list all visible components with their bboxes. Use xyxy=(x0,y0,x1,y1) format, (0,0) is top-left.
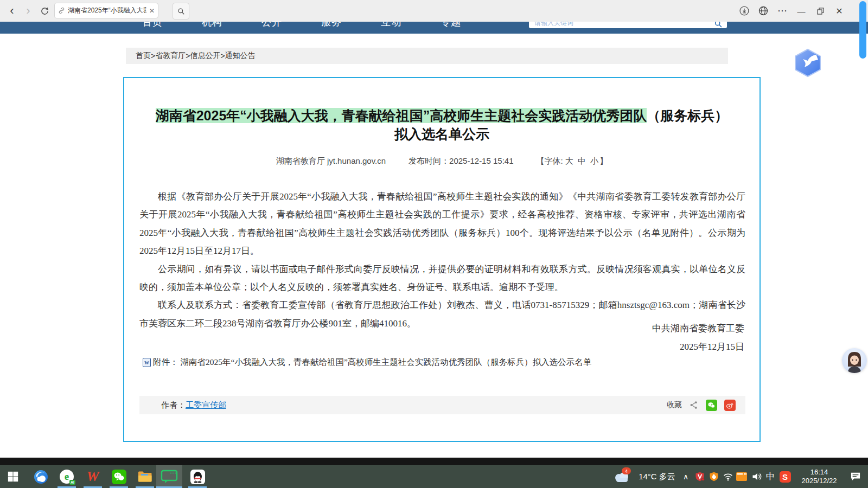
word-doc-icon: W xyxy=(143,358,151,367)
minimize-button[interactable]: — xyxy=(794,4,808,18)
close-window-button[interactable]: ✕ xyxy=(832,4,846,18)
page-title: 湖南省2025年“小我融入大我，青春献给祖国”高校师生主题社会实践活动优秀团队（… xyxy=(124,106,760,143)
article-meta: 湖南省教育厅 jyt.hunan.gov.cn 发布时间：2025-12-15 … xyxy=(124,156,760,166)
scrollbar-thumb[interactable] xyxy=(859,1,866,59)
window-bottom-edge xyxy=(0,458,868,465)
share-icon[interactable] xyxy=(689,400,699,410)
tray-network[interactable] xyxy=(722,465,735,488)
favorite-button[interactable]: 收藏 xyxy=(667,400,682,410)
breadcrumb-notice[interactable]: 通知公告 xyxy=(225,51,256,61)
attachment-link[interactable]: 湖南省2025年“小我融入大我，青春献给祖国”高校师生主题社会实践活动优秀团队（… xyxy=(181,357,592,368)
nav-item-home[interactable]: 首页 xyxy=(142,22,163,28)
wechat-bubbles xyxy=(707,401,716,409)
windows-start-icon xyxy=(7,471,19,483)
orange-window-icon xyxy=(736,472,748,481)
taskbar-wps[interactable]: W xyxy=(82,465,104,488)
xunlei-float-button[interactable] xyxy=(793,48,822,78)
tab-close-icon[interactable]: ✕ xyxy=(149,7,155,15)
taskbar-qq-browser[interactable] xyxy=(30,465,52,488)
breadcrumb-dept[interactable]: 省教育厅 xyxy=(155,51,186,61)
wechat-icon xyxy=(112,470,126,484)
font-size-widget[interactable]: 【字体: 大 中 小】 xyxy=(537,156,608,166)
ime-indicator[interactable]: 中 xyxy=(764,465,777,488)
title-highlighted-text: 湖南省2025年“小我融入大我，青春献给祖国”高校师生主题社会实践活动优秀团队 xyxy=(156,108,647,123)
browser-toolbar: ‹ › 湖南省2025年“小我融入大我 ✕ ⋯ — ✕ xyxy=(0,0,868,22)
browser-forward-button[interactable]: › xyxy=(21,3,36,18)
notification-icon xyxy=(850,472,861,481)
browser-menu-button[interactable]: ⋯ xyxy=(775,4,789,18)
publish-label: 发布时间： xyxy=(409,156,449,165)
signature-date: 2025年12月15日 xyxy=(680,341,744,353)
tray-huorong[interactable] xyxy=(707,465,720,488)
taskbar-chat-tool-active[interactable] xyxy=(156,465,182,488)
e-glyph: e xyxy=(65,471,69,483)
taskbar-clock[interactable]: 16:14 2025/12/22 xyxy=(793,465,845,488)
browser-window-controls: ⋯ — ✕ xyxy=(737,3,846,18)
taskbar: eAI W 4 14°C 多云 ∧ xyxy=(0,465,868,488)
nav-item-org[interactable]: 机构 xyxy=(202,22,222,28)
action-center-button[interactable] xyxy=(847,465,864,488)
nav-item-topics[interactable]: 专题 xyxy=(441,22,461,28)
file-explorer-icon xyxy=(137,470,152,483)
more-icon: ⋯ xyxy=(777,5,787,17)
article-paragraph: 公示期间，如有异议，请以书面或电子邮件形式向委厅反映情况，并提供必要的证明材料和… xyxy=(139,260,745,297)
attachment-label: 附件： xyxy=(153,357,178,368)
weather-text[interactable]: 14°C 多云 xyxy=(633,465,681,488)
taskbar-wechat[interactable] xyxy=(108,465,130,488)
tray-antivirus[interactable] xyxy=(693,465,706,488)
chat-window-icon xyxy=(161,470,178,484)
chevron-up-icon: ∧ xyxy=(683,472,688,481)
forward-icon: › xyxy=(26,4,30,18)
tray-volume[interactable] xyxy=(750,465,764,488)
breadcrumb-info[interactable]: 信息公开 xyxy=(190,51,220,61)
weather-widget[interactable]: 4 xyxy=(611,465,633,488)
restore-button[interactable] xyxy=(813,4,827,18)
breadcrumb: 首页>省教育厅>信息公开>通知公告 xyxy=(126,48,728,64)
globe-button[interactable] xyxy=(756,4,770,18)
attachment-row: W 附件： 湖南省2025年“小我融入大我，青春献给祖国”高校师生主题社会实践活… xyxy=(143,357,591,368)
taskbar-360ai-browser[interactable]: eAI xyxy=(56,465,78,488)
browser-back-button[interactable]: ‹ xyxy=(4,3,20,18)
article-footer-bar: 作者： 工委宣传部 收藏 xyxy=(139,396,745,414)
site-search-input[interactable]: 请输入关键词 xyxy=(529,22,727,28)
360ai-browser-icon: eAI xyxy=(60,470,74,484)
restore-icon xyxy=(816,7,825,15)
title-line2: 拟入选名单公示 xyxy=(124,125,760,143)
weather-badge: 4 xyxy=(622,467,631,474)
article-body: 根据《教育部办公厅关于开展2025年“小我融入大我，青春献给祖国”高校师生主题社… xyxy=(139,188,745,332)
font-size-options[interactable]: 大 中 小 xyxy=(565,156,599,165)
browser-search-button[interactable] xyxy=(173,3,189,20)
download-button[interactable] xyxy=(737,4,751,18)
nav-item-disclosure[interactable]: 公开 xyxy=(261,22,282,28)
tray-expand-button[interactable]: ∧ xyxy=(679,465,692,488)
font-size-close: 】 xyxy=(599,156,608,165)
assistant-avatar[interactable] xyxy=(842,348,867,373)
browser-tab[interactable]: 湖南省2025年“小我融入大我 ✕ xyxy=(54,3,158,18)
globe-icon xyxy=(758,5,769,16)
clock-time: 16:14 xyxy=(810,468,828,477)
search-icon xyxy=(177,8,185,15)
author-label: 作者： xyxy=(161,400,186,410)
author-link[interactable]: 工委宣传部 xyxy=(186,400,226,410)
site-search-placeholder: 请输入关键词 xyxy=(534,22,573,28)
minimize-icon: — xyxy=(797,7,806,16)
weibo-eye xyxy=(726,401,734,409)
wechat-share-icon[interactable] xyxy=(706,400,717,411)
nav-item-interaction[interactable]: 互动 xyxy=(381,22,401,28)
start-button[interactable] xyxy=(2,465,24,488)
tray-display-app[interactable] xyxy=(735,465,749,488)
taskbar-qq[interactable] xyxy=(187,465,208,488)
shield-v-icon xyxy=(694,471,705,482)
publish-value: 2025-12-15 15:41 xyxy=(449,156,513,165)
tray-sogou[interactable]: S xyxy=(778,465,792,488)
screen: ‹ › 湖南省2025年“小我融入大我 ✕ ⋯ — ✕ xyxy=(0,0,868,488)
breadcrumb-separator: > xyxy=(151,52,155,60)
refresh-icon xyxy=(40,7,49,16)
nav-item-service[interactable]: 服务 xyxy=(321,22,342,28)
breadcrumb-home[interactable]: 首页 xyxy=(136,51,151,61)
site-search-icon xyxy=(714,22,723,28)
weibo-share-icon[interactable] xyxy=(724,400,736,411)
download-icon xyxy=(739,5,750,16)
taskbar-file-explorer[interactable] xyxy=(134,465,156,488)
browser-refresh-button[interactable] xyxy=(37,3,52,18)
